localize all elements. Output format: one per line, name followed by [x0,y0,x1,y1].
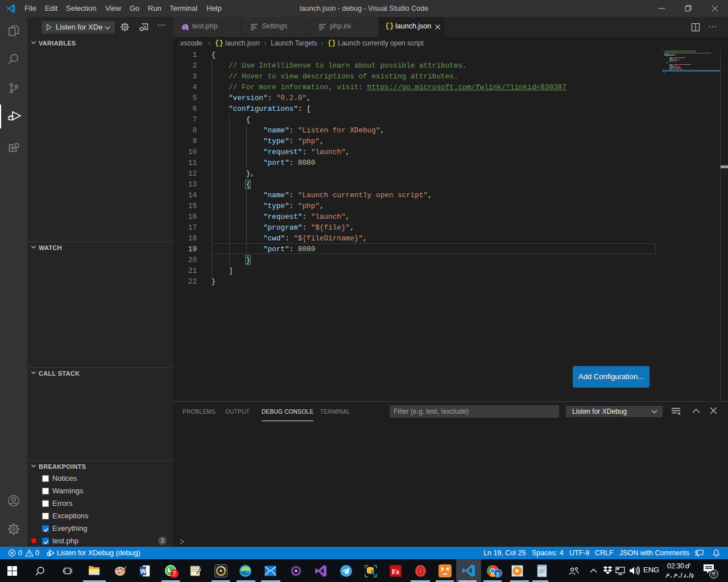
svg-text:W: W [140,568,146,575]
svg-text:Fz: Fz [392,567,400,576]
